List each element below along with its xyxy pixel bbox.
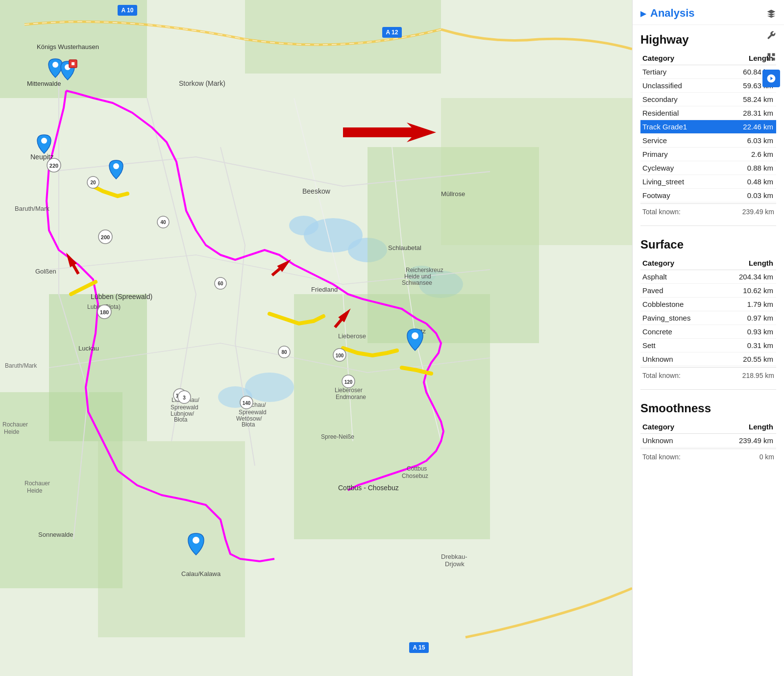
svg-point-92 bbox=[113, 163, 119, 169]
svg-rect-101 bbox=[768, 58, 771, 61]
table-row[interactable]: Residential28.31 km bbox=[640, 106, 776, 120]
surface-category: Unknown bbox=[640, 352, 718, 366]
surface-category: Asphalt bbox=[640, 270, 718, 284]
map-container[interactable]: Königs Wusterhausen Mittenwalde Neupitz … bbox=[0, 0, 632, 676]
layers-icon-btn[interactable] bbox=[762, 5, 780, 23]
svg-point-94 bbox=[193, 537, 199, 544]
table-row[interactable]: Cobblestone1.79 km bbox=[640, 298, 776, 311]
highway-category: Tertiary bbox=[640, 65, 720, 79]
surface-total-value: 218.95 km bbox=[742, 372, 774, 379]
svg-point-93 bbox=[412, 332, 418, 339]
table-row[interactable]: Unknown20.55 km bbox=[640, 352, 776, 366]
table-row[interactable]: Unknown239.49 km bbox=[640, 434, 776, 448]
highway-length: 0.03 km bbox=[720, 189, 776, 202]
highway-col1-header: Category bbox=[640, 51, 720, 65]
chart-icon-btn[interactable] bbox=[762, 70, 780, 87]
table-row[interactable]: Asphalt204.34 km bbox=[640, 270, 776, 284]
smoothness-total: Total known: 0 km bbox=[640, 449, 776, 463]
highway-length: 28.31 km bbox=[720, 106, 776, 120]
table-row[interactable]: Service6.03 km bbox=[640, 134, 776, 148]
analysis-title: ▶ Analysis bbox=[640, 7, 695, 20]
highway-category: Footway bbox=[640, 189, 720, 202]
svg-text:A 15: A 15 bbox=[413, 644, 425, 651]
surface-length: 10.62 km bbox=[718, 284, 776, 298]
grid-icon-btn[interactable] bbox=[762, 48, 780, 66]
smoothness-title: Smoothness bbox=[640, 401, 776, 415]
surface-section: Surface Category Length Asphalt204.34 km… bbox=[633, 230, 784, 385]
svg-point-87 bbox=[52, 62, 58, 68]
svg-text:200: 200 bbox=[101, 234, 110, 240]
highway-category: Secondary bbox=[640, 93, 720, 106]
surface-length: 1.79 km bbox=[718, 298, 776, 311]
svg-text:Spreewald: Spreewald bbox=[239, 409, 267, 416]
highway-category: Service bbox=[640, 134, 720, 148]
smoothness-col1-header: Category bbox=[640, 420, 706, 434]
svg-text:180: 180 bbox=[100, 309, 109, 315]
svg-text:Baruth/Mark: Baruth/Mark bbox=[15, 205, 49, 212]
divider-1 bbox=[640, 225, 776, 226]
svg-point-91 bbox=[41, 138, 47, 144]
svg-text:Baruth/Mark: Baruth/Mark bbox=[5, 362, 37, 369]
highway-length: 0.88 km bbox=[720, 161, 776, 175]
highway-category: Primary bbox=[640, 148, 720, 161]
svg-text:Spree-Neiße: Spree-Neiße bbox=[321, 433, 354, 440]
table-row[interactable]: Unclassified59.63 km bbox=[640, 79, 776, 93]
table-row[interactable]: Secondary58.24 km bbox=[640, 93, 776, 106]
surface-total: Total known: 218.95 km bbox=[640, 367, 776, 381]
table-row[interactable]: Primary2.6 km bbox=[640, 148, 776, 161]
table-row[interactable]: Track Grade122.46 km bbox=[640, 120, 776, 134]
surface-length: 0.97 km bbox=[718, 311, 776, 325]
svg-text:Endmorane: Endmorane bbox=[336, 394, 366, 401]
highway-category: Residential bbox=[640, 106, 720, 120]
svg-text:Friedland: Friedland bbox=[311, 286, 338, 293]
surface-category: Concrete bbox=[640, 325, 718, 339]
svg-text:Drjowk: Drjowk bbox=[445, 560, 465, 568]
sidebar: ▶ Analysis Highway bbox=[632, 0, 784, 676]
analysis-title-text: Analysis bbox=[650, 7, 695, 20]
svg-text:Heide: Heide bbox=[4, 428, 20, 435]
svg-text:A 10: A 10 bbox=[122, 7, 134, 14]
surface-length: 20.55 km bbox=[718, 352, 776, 366]
highway-length: 22.46 km bbox=[720, 120, 776, 134]
svg-text:Beeskow: Beeskow bbox=[302, 187, 331, 195]
table-row[interactable]: Paved10.62 km bbox=[640, 284, 776, 298]
svg-rect-14 bbox=[98, 441, 245, 637]
svg-text:A 12: A 12 bbox=[386, 29, 398, 36]
surface-length: 0.31 km bbox=[718, 339, 776, 352]
table-row[interactable]: Paving_stones0.97 km bbox=[640, 311, 776, 325]
highway-total: Total known: 239.49 km bbox=[640, 203, 776, 218]
svg-text:Cottbus - Chosebuz: Cottbus - Chosebuz bbox=[338, 484, 399, 492]
surface-title: Surface bbox=[640, 238, 776, 251]
highway-category: Cycleway bbox=[640, 161, 720, 175]
table-row[interactable]: Tertiary60.84 km bbox=[640, 65, 776, 79]
surface-length: 204.34 km bbox=[718, 270, 776, 284]
svg-text:Sonnewalde: Sonnewalde bbox=[38, 531, 74, 538]
svg-text:Storkow (Mark): Storkow (Mark) bbox=[179, 79, 225, 87]
highway-category: Living_street bbox=[640, 175, 720, 189]
svg-text:20: 20 bbox=[90, 180, 96, 185]
smoothness-category: Unknown bbox=[640, 434, 706, 448]
table-row[interactable]: Footway0.03 km bbox=[640, 189, 776, 202]
surface-total-label: Total known: bbox=[642, 372, 681, 379]
svg-text:Müllrose: Müllrose bbox=[441, 190, 465, 198]
svg-text:120: 120 bbox=[344, 379, 353, 385]
table-row[interactable]: Concrete0.93 km bbox=[640, 325, 776, 339]
surface-category: Cobblestone bbox=[640, 298, 718, 311]
highway-category: Unclassified bbox=[640, 79, 720, 93]
svg-text:100: 100 bbox=[336, 353, 344, 358]
table-row[interactable]: Sett0.31 km bbox=[640, 339, 776, 352]
svg-text:Lübben (Spreewald): Lübben (Spreewald) bbox=[91, 293, 152, 300]
highway-length: 2.6 km bbox=[720, 148, 776, 161]
table-row[interactable]: Cycleway0.88 km bbox=[640, 161, 776, 175]
svg-rect-12 bbox=[441, 98, 632, 245]
wrench-icon-btn[interactable] bbox=[762, 26, 780, 44]
svg-rect-99 bbox=[768, 53, 771, 56]
svg-text:Königs Wusterhausen: Königs Wusterhausen bbox=[37, 43, 99, 50]
expand-arrow-icon[interactable]: ▶ bbox=[640, 9, 646, 18]
svg-text:Schwansee: Schwansee bbox=[402, 279, 432, 286]
highway-total-value: 239.49 km bbox=[742, 208, 774, 216]
surface-col1-header: Category bbox=[640, 256, 718, 270]
svg-text:Błota: Błota bbox=[242, 421, 255, 428]
highway-length: 58.24 km bbox=[720, 93, 776, 106]
table-row[interactable]: Living_street0.48 km bbox=[640, 175, 776, 189]
